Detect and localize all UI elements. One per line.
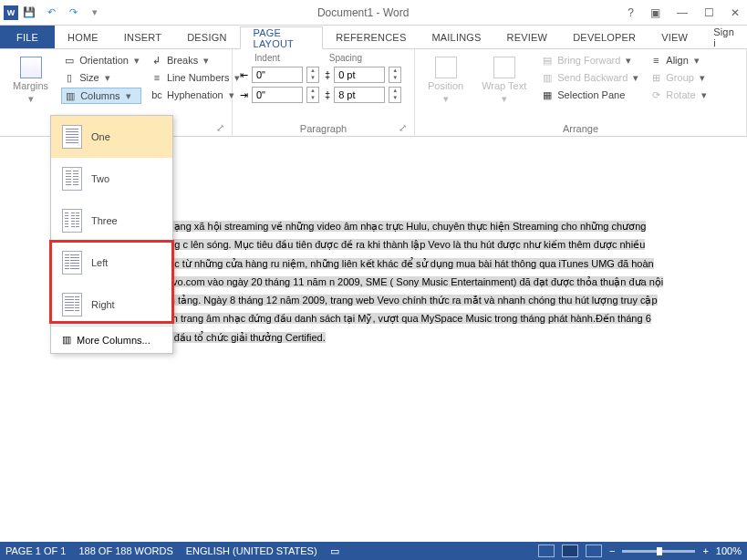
- wrap-text-label: Wrap Text: [482, 80, 526, 91]
- close-button[interactable]: ✕: [727, 5, 743, 21]
- line-numbers-icon: ≡: [150, 71, 163, 84]
- group-objects-label: Group: [666, 72, 694, 83]
- columns-three-icon: [62, 209, 82, 233]
- columns-right-icon: [62, 293, 82, 316]
- status-bar: PAGE 1 OF 1 188 OF 188 WORDS ENGLISH (UN…: [0, 542, 747, 560]
- dialog-launcher-icon[interactable]: ⤢: [399, 122, 407, 134]
- indent-right-spinner[interactable]: ⇥▲▼: [240, 87, 319, 103]
- columns-three-label: Three: [91, 215, 118, 226]
- tab-home[interactable]: HOME: [55, 26, 111, 48]
- orientation-button[interactable]: ▭Orientation▾: [61, 53, 141, 67]
- sign-in-link[interactable]: Sign i: [700, 26, 747, 48]
- view-read-mode-button[interactable]: [538, 544, 555, 557]
- columns-more-label: More Columns...: [77, 335, 150, 346]
- tab-file[interactable]: FILE: [0, 26, 55, 48]
- columns-label: Columns: [80, 90, 119, 101]
- view-print-layout-button[interactable]: [562, 544, 578, 557]
- columns-icon: ▥: [64, 89, 77, 102]
- columns-one-label: One: [91, 131, 110, 142]
- margins-label: Margins: [13, 80, 48, 91]
- indent-left-icon: ⇤: [240, 69, 248, 81]
- macro-record-icon[interactable]: ▭: [330, 545, 339, 557]
- zoom-in-button[interactable]: +: [702, 545, 708, 556]
- spacing-header: Spacing: [329, 53, 362, 63]
- send-backward-label: Send Backward: [557, 72, 628, 83]
- columns-two-icon: [62, 167, 82, 191]
- position-button: Position▾: [422, 53, 469, 121]
- dialog-launcher-icon[interactable]: ⤢: [216, 122, 224, 134]
- ribbon-display-icon[interactable]: ▣: [647, 5, 664, 21]
- hyphenation-button[interactable]: bcHyphenation▾: [149, 88, 242, 102]
- align-button[interactable]: ≡Align▾: [648, 53, 708, 67]
- indent-left-input[interactable]: [253, 69, 302, 80]
- line-numbers-label: Line Numbers: [167, 72, 229, 83]
- bring-forward-icon: ▤: [541, 54, 554, 67]
- line-numbers-button[interactable]: ≡Line Numbers▾: [149, 70, 242, 85]
- quick-access-toolbar: 💾 ↶ ↷ ▾: [22, 5, 102, 20]
- zoom-out-button[interactable]: −: [609, 545, 615, 556]
- group-icon: ⊞: [649, 71, 662, 84]
- breaks-button[interactable]: ↲Breaks▾: [149, 53, 242, 67]
- columns-option-left[interactable]: Left: [51, 242, 172, 284]
- status-language[interactable]: ENGLISH (UNITED STATES): [186, 545, 317, 556]
- zoom-level[interactable]: 100%: [716, 545, 742, 556]
- tab-insert[interactable]: INSERT: [111, 26, 174, 48]
- columns-option-right[interactable]: Right: [51, 284, 172, 326]
- spacing-before-input[interactable]: [335, 69, 384, 80]
- help-icon[interactable]: ?: [624, 5, 638, 21]
- hyphenation-label: Hyphenation: [167, 89, 223, 100]
- columns-option-one[interactable]: One: [51, 116, 172, 158]
- window-controls: ? ▣ — ☐ ✕: [624, 5, 743, 21]
- rotate-label: Rotate: [666, 89, 695, 100]
- spacing-before-icon: ‡: [325, 69, 330, 80]
- spacing-after-spinner[interactable]: ‡▲▼: [325, 87, 401, 103]
- selection-pane-button[interactable]: ▦Selection Pane: [539, 88, 640, 102]
- columns-right-label: Right: [91, 299, 115, 310]
- indent-header: Indent: [254, 53, 280, 63]
- tab-review[interactable]: REVIEW: [494, 26, 561, 48]
- tab-mailings[interactable]: MAILINGS: [419, 26, 493, 48]
- columns-button[interactable]: ▥Columns▾: [61, 88, 141, 104]
- tab-design[interactable]: DESIGN: [174, 26, 239, 48]
- chevron-down-icon: ▾: [134, 55, 140, 67]
- status-page[interactable]: PAGE 1 OF 1: [5, 545, 66, 556]
- spacing-before-spinner[interactable]: ‡▲▼: [325, 67, 401, 83]
- qat-customize-icon[interactable]: ▾: [88, 5, 102, 20]
- chevron-down-icon: ▾: [28, 93, 34, 105]
- minimize-button[interactable]: —: [673, 5, 691, 21]
- columns-left-icon: [62, 251, 82, 275]
- position-label: Position: [428, 80, 463, 91]
- orientation-icon: ▭: [63, 54, 76, 67]
- indent-right-input[interactable]: [253, 89, 302, 100]
- size-button[interactable]: ▯Size▾: [61, 70, 141, 85]
- chevron-down-icon: ▾: [126, 90, 131, 102]
- maximize-button[interactable]: ☐: [700, 5, 718, 21]
- columns-option-two[interactable]: Two: [51, 158, 172, 200]
- redo-icon[interactable]: ↷: [66, 5, 80, 20]
- margins-button[interactable]: Margins ▾: [7, 53, 54, 121]
- view-web-layout-button[interactable]: [586, 544, 602, 557]
- columns-left-label: Left: [91, 257, 108, 268]
- group-name-arrange: Arrange: [422, 121, 739, 134]
- columns-more-option[interactable]: ▥ More Columns...: [51, 326, 172, 353]
- tab-developer[interactable]: DEVELOPER: [560, 26, 648, 48]
- align-label: Align: [666, 55, 688, 66]
- tab-page-layout[interactable]: PAGE LAYOUT: [240, 26, 324, 49]
- spacing-after-input[interactable]: [335, 89, 384, 100]
- chevron-down-icon: ▾: [105, 72, 110, 84]
- status-word-count[interactable]: 188 OF 188 WORDS: [78, 545, 172, 556]
- columns-option-three[interactable]: Three: [51, 200, 172, 242]
- send-backward-icon: ▥: [541, 71, 554, 84]
- spacing-after-icon: ‡: [325, 89, 330, 100]
- title-bar: W 💾 ↶ ↷ ▾ Document1 - Word ? ▣ — ☐ ✕: [0, 0, 747, 26]
- indent-left-spinner[interactable]: ⇤▲▼: [240, 67, 319, 83]
- columns-more-icon: ▥: [62, 334, 71, 346]
- selection-pane-label: Selection Pane: [557, 89, 625, 100]
- tab-references[interactable]: REFERENCES: [323, 26, 419, 48]
- rotate-button: ⟳Rotate▾: [648, 88, 708, 102]
- undo-icon[interactable]: ↶: [44, 5, 58, 20]
- zoom-slider[interactable]: [622, 550, 695, 553]
- tab-view[interactable]: VIEW: [648, 26, 700, 48]
- wrap-text-button: Wrap Text▾: [476, 53, 532, 121]
- save-icon[interactable]: 💾: [22, 5, 36, 20]
